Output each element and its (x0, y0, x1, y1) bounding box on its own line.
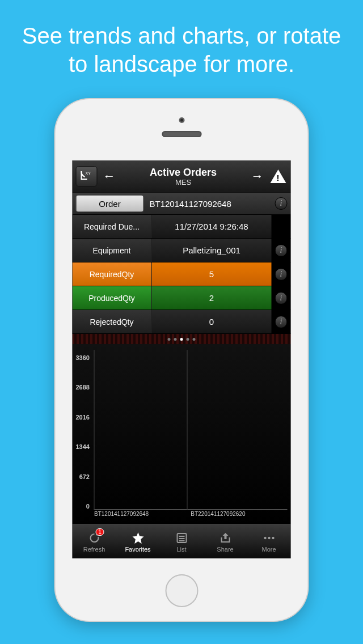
refresh-badge: 1 (95, 528, 104, 536)
page-dot[interactable] (187, 338, 189, 341)
tab-label: Favorites (125, 546, 150, 553)
warning-button[interactable]: ! (269, 168, 288, 185)
page-title: Active Orders (150, 167, 217, 179)
row-value: 11/27/2014 9:26:48 (152, 215, 272, 238)
share-icon (218, 531, 232, 545)
app-screen: XY ← Active Orders MES → ! Order BT12014… (73, 160, 291, 558)
svg-text:XY: XY (86, 171, 91, 175)
page-dot[interactable] (174, 338, 177, 341)
page-dot[interactable] (180, 338, 183, 341)
xy-mode-button[interactable]: XY (76, 166, 98, 187)
speaker-slot (162, 131, 201, 137)
tab-label: List (176, 546, 186, 553)
table-row[interactable]: RequiredQty5i (73, 262, 291, 286)
next-arrow-icon[interactable]: → (249, 169, 266, 184)
table-row[interactable]: EquipmentPalletizing_001i (73, 239, 291, 262)
tab-share[interactable]: Share (204, 525, 247, 558)
row-value: 5 (152, 262, 272, 286)
chart-x-axis: BT120141127092648BT220141127092620 (94, 511, 288, 522)
refresh-icon: 1 (87, 531, 101, 545)
tab-label: More (261, 546, 276, 553)
row-value: 0 (152, 310, 272, 333)
tab-label: Share (217, 546, 233, 553)
more-icon (262, 531, 276, 545)
page-indicator[interactable] (73, 334, 291, 344)
order-value: BT120141127092648 (144, 199, 272, 209)
home-button[interactable] (165, 574, 198, 607)
info-icon[interactable]: i (275, 244, 288, 257)
info-icon[interactable]: i (275, 268, 288, 281)
info-icon[interactable]: i (275, 292, 288, 304)
chart-area: 33602688201613446720 BT120141127092648BT… (73, 344, 291, 524)
row-label: RequiredQty (73, 262, 152, 286)
chart-plot[interactable]: BT120141127092648BT220141127092620 (94, 350, 288, 522)
tab-list[interactable]: List (160, 525, 204, 558)
row-label: ProducedQty (73, 286, 152, 310)
chart-y-axis: 33602688201613446720 (76, 350, 92, 522)
row-value: 2 (152, 286, 272, 310)
header-bar: XY ← Active Orders MES → ! (73, 160, 291, 192)
promo-headline: See trends and charts, or rotate to land… (0, 0, 363, 78)
table-row[interactable]: Required Due...11/27/2014 9:26:48 (73, 215, 291, 239)
camera-dot (179, 117, 184, 123)
star-icon (131, 531, 145, 545)
order-header-row: Order BT120141127092648 i (73, 192, 291, 215)
svg-point-5 (264, 536, 266, 539)
table-row[interactable]: RejectedQty0i (73, 310, 291, 334)
row-value: Palletizing_001 (152, 239, 272, 262)
svg-point-7 (272, 536, 274, 539)
list-icon (175, 531, 188, 545)
data-table: Required Due...11/27/2014 9:26:48Equipme… (73, 215, 291, 334)
row-label: Required Due... (73, 215, 152, 238)
info-icon[interactable]: i (275, 316, 288, 328)
tab-label: Refresh (83, 546, 105, 553)
info-icon[interactable]: i (275, 197, 288, 210)
device-frame: XY ← Active Orders MES → ! Order BT12014… (56, 99, 308, 621)
page-dot[interactable] (193, 338, 196, 341)
prev-arrow-icon[interactable]: ← (101, 169, 118, 184)
page-subtitle: MES (175, 178, 191, 187)
row-label: RejectedQty (73, 310, 152, 333)
tab-more[interactable]: More (247, 525, 291, 558)
tab-refresh[interactable]: 1 Refresh (73, 525, 116, 558)
tab-favorites[interactable]: Favorites (116, 525, 160, 558)
table-row[interactable]: ProducedQty2i (73, 286, 291, 310)
svg-point-6 (268, 536, 270, 539)
warning-icon: ! (271, 170, 286, 183)
tab-bar: 1 Refresh Favorites List Share (73, 524, 291, 558)
row-label: Equipment (73, 239, 152, 262)
order-label-pill[interactable]: Order (76, 195, 144, 212)
page-dot[interactable] (168, 338, 171, 341)
